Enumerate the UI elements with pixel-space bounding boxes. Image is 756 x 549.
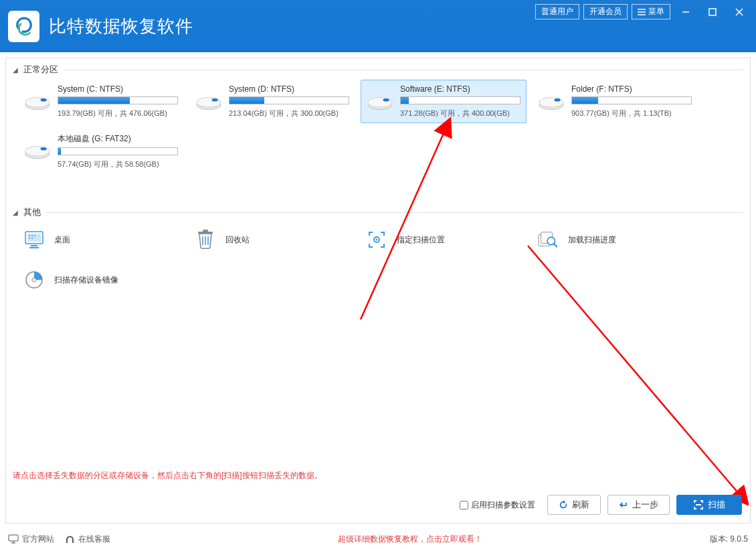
partition-name: System (C: NTFS) [58,84,178,94]
refresh-icon [559,500,568,509]
enable-scan-params-checkbox[interactable]: 启用扫描参数设置 [460,499,535,511]
svg-rect-26 [203,230,208,232]
section-normal-partitions: ◢ 正常分区 [13,64,743,76]
partition-name: Software (E: NTFS) [400,84,521,94]
other-item-label: 桌面 [54,234,70,246]
menu-label: 菜单 [648,6,664,17]
target-icon [366,229,387,250]
svg-point-3 [41,98,47,102]
other-item-label: 加载扫描进度 [568,234,616,246]
partition-usage: 193.79(GB) 可用，共 476.06(GB) [58,108,178,119]
partition-item[interactable]: System (C: NTFS)193.79(GB) 可用，共 476.06(G… [18,80,184,123]
scan-button[interactable]: 扫描 [676,495,742,515]
other-item-label: 扫描存储设备镜像 [54,274,118,286]
back-label: 上一步 [632,499,658,511]
action-row: 启用扫描参数设置 刷新 上一步 扫描 [460,495,742,515]
partition-info: Software (E: NTFS)371.28(GB) 可用，共 400.00… [400,84,521,119]
svg-point-9 [383,98,389,102]
svg-rect-25 [198,232,213,234]
refresh-button[interactable]: 刷新 [547,495,601,515]
partition-info: Folder (F: NTFS)903.77(GB) 可用，共 1.13(TB) [571,84,692,119]
minimize-button[interactable] [674,5,697,19]
partition-item[interactable]: Software (E: NTFS)371.28(GB) 可用，共 400.00… [361,80,527,123]
app-logo [8,11,39,42]
other-item-label: 回收站 [225,234,250,246]
tutorial-link[interactable]: 超级详细数据恢复教程，点击立即观看！ [338,534,482,545]
svg-point-28 [376,239,378,241]
main-content: ◢ 正常分区 System (C: NTFS)193.79(GB) 可用，共 4… [5,58,751,524]
usage-bar [400,96,521,104]
svg-point-15 [41,147,47,151]
online-support-link[interactable]: 在线客服 [65,534,110,545]
back-arrow-icon [619,500,628,509]
drive-icon [195,91,222,111]
maximize-button[interactable] [701,5,724,19]
divider [64,70,743,70]
svg-point-22 [31,238,33,239]
partition-item[interactable]: 本地磁盘 (G: FAT32)57.74(GB) 可用，共 58.58(GB) [18,129,184,174]
partition-name: 本地磁盘 (G: FAT32) [58,133,178,145]
partition-usage: 903.77(GB) 可用，共 1.13(TB) [571,108,692,119]
title-controls: 普通用户 开通会员 菜单 [535,4,751,19]
svg-rect-24 [29,247,39,248]
partition-info: System (C: NTFS)193.79(GB) 可用，共 476.06(G… [58,84,178,119]
partition-info: 本地磁盘 (G: FAT32)57.74(GB) 可用，共 58.58(GB) [58,133,178,169]
statusbar: 官方网站 在线客服 超级详细数据恢复教程，点击立即观看！ 版本: 9.0.5 [0,529,756,549]
status-left: 官方网站 在线客服 [8,534,110,545]
partition-usage: 371.28(GB) 可用，共 400.00(GB) [400,108,521,119]
partition-grid: System (C: NTFS)193.79(GB) 可用，共 476.06(G… [13,80,743,174]
svg-rect-23 [31,245,37,246]
close-button[interactable] [728,5,751,19]
divider [46,212,743,213]
partition-item[interactable]: System (D: NTFS)213.04(GB) 可用，共 300.00(G… [189,80,355,123]
svg-point-2 [25,98,50,108]
other-item-desktop[interactable]: 桌面 [18,222,184,257]
partition-name: System (D: NTFS) [229,84,349,94]
user-type-button[interactable]: 普通用户 [535,4,579,19]
official-site-link[interactable]: 官方网站 [8,534,54,545]
svg-point-5 [197,98,221,108]
disc-icon [23,269,45,291]
other-item-search-doc[interactable]: 加载扫描进度 [532,222,698,257]
drive-icon [24,140,51,160]
svg-point-33 [32,278,36,282]
trash-icon [195,229,216,250]
other-grid: 桌面回收站指定扫描位置加载扫描进度扫描存储设备镜像 [13,222,743,297]
usage-bar [229,96,349,104]
partition-item[interactable]: Folder (F: NTFS)903.77(GB) 可用，共 1.13(TB) [532,80,698,123]
desktop-icon [23,229,45,250]
checkbox-input[interactable] [460,501,468,509]
official-site-label: 官方网站 [22,534,54,545]
usage-bar [58,147,178,155]
menu-button[interactable]: 菜单 [632,4,670,19]
section-other: ◢ 其他 [13,206,743,218]
other-item-disc[interactable]: 扫描存储设备镜像 [18,262,184,297]
version-label: 版本: 9.0.5 [710,534,748,545]
refresh-label: 刷新 [572,499,589,511]
drive-icon [538,91,565,111]
hint-text: 请点击选择丢失数据的分区或存储设备，然后点击右下角的[扫描]按钮扫描丢失的数据。 [13,470,322,481]
monitor-icon [8,534,19,544]
svg-point-19 [31,235,33,236]
collapse-triangle-icon[interactable]: ◢ [13,209,18,216]
collapse-triangle-icon[interactable]: ◢ [13,66,18,74]
other-item-target[interactable]: 指定扫描位置 [361,222,527,257]
partition-usage: 213.04(GB) 可用，共 300.00(GB) [229,108,349,119]
other-item-trash[interactable]: 回收站 [189,222,355,257]
headset-icon [65,534,75,544]
svg-point-21 [29,238,30,239]
drive-icon [24,91,51,111]
usage-bar [58,96,178,104]
svg-point-11 [539,98,563,108]
svg-point-6 [212,98,218,102]
search-doc-icon [537,229,559,250]
svg-point-8 [368,98,392,108]
drive-icon [367,91,393,111]
svg-point-18 [29,235,30,236]
section-title-normal: 正常分区 [23,64,58,76]
partition-name: Folder (F: NTFS) [571,84,692,94]
back-button[interactable]: 上一步 [607,495,670,515]
svg-point-14 [25,147,50,157]
partition-info: System (D: NTFS)213.04(GB) 可用，共 300.00(G… [229,84,349,119]
open-vip-button[interactable]: 开通会员 [583,4,628,19]
